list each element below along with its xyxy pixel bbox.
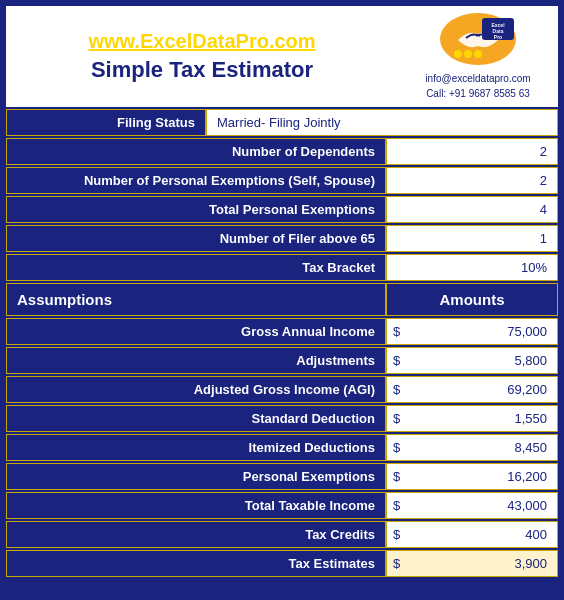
dollar-sign: $ bbox=[393, 469, 400, 484]
amount-row-3: Standard Deduction $ 1,550 bbox=[6, 405, 558, 432]
row-value: 2 bbox=[386, 138, 558, 165]
amount-number: 1,550 bbox=[402, 411, 547, 426]
amount-value: $ 75,000 bbox=[386, 318, 558, 345]
amount-row-6: Total Taxable Income $ 43,000 bbox=[6, 492, 558, 519]
amount-label: Itemized Deductions bbox=[6, 434, 386, 461]
amount-value: $ 8,450 bbox=[386, 434, 558, 461]
contact-info: info@exceldatapro.com Call: +91 9687 858… bbox=[425, 71, 530, 101]
amount-value: $ 3,900 bbox=[386, 550, 558, 577]
row-label: Number of Filer above 65 bbox=[6, 225, 386, 252]
dollar-sign: $ bbox=[393, 353, 400, 368]
dollar-sign: $ bbox=[393, 382, 400, 397]
amount-number: 69,200 bbox=[402, 382, 547, 397]
assumptions-header-row: Assumptions Amounts bbox=[6, 283, 558, 316]
amount-row-1: Adjustments $ 5,800 bbox=[6, 347, 558, 374]
amount-label: Gross Annual Income bbox=[6, 318, 386, 345]
amount-label: Standard Deduction bbox=[6, 405, 386, 432]
amount-label: Tax Credits bbox=[6, 521, 386, 548]
amount-number: 5,800 bbox=[402, 353, 547, 368]
assumptions-label: Assumptions bbox=[6, 283, 386, 316]
amount-value: $ 400 bbox=[386, 521, 558, 548]
amount-number: 400 bbox=[402, 527, 547, 542]
info-row-2: Total Personal Exemptions 4 bbox=[6, 196, 558, 223]
amount-value: $ 5,800 bbox=[386, 347, 558, 374]
amount-row-7: Tax Credits $ 400 bbox=[6, 521, 558, 548]
row-label: Tax Bracket bbox=[6, 254, 386, 281]
amount-label: Personal Exemptions bbox=[6, 463, 386, 490]
amount-row-8: Tax Estimates $ 3,900 bbox=[6, 550, 558, 577]
info-row-4: Tax Bracket 10% bbox=[6, 254, 558, 281]
svg-text:Pro: Pro bbox=[494, 34, 502, 40]
info-row-1: Number of Personal Exemptions (Self, Spo… bbox=[6, 167, 558, 194]
amount-value: $ 1,550 bbox=[386, 405, 558, 432]
row-value: 2 bbox=[386, 167, 558, 194]
simple-rows-container: Number of Dependents 2 Number of Persona… bbox=[6, 138, 558, 281]
info-row-3: Number of Filer above 65 1 bbox=[6, 225, 558, 252]
amount-row-2: Adjusted Gross Income (AGI) $ 69,200 bbox=[6, 376, 558, 403]
row-value: 10% bbox=[386, 254, 558, 281]
amounts-rows-container: Gross Annual Income $ 75,000 Adjustments… bbox=[6, 318, 558, 577]
amount-label: Adjusted Gross Income (AGI) bbox=[6, 376, 386, 403]
amount-label: Tax Estimates bbox=[6, 550, 386, 577]
dollar-sign: $ bbox=[393, 324, 400, 339]
dollar-sign: $ bbox=[393, 440, 400, 455]
dollar-sign: $ bbox=[393, 556, 400, 571]
dollar-sign: $ bbox=[393, 527, 400, 542]
row-label: Total Personal Exemptions bbox=[6, 196, 386, 223]
filing-status-label: Filing Status bbox=[6, 109, 206, 136]
amount-number: 75,000 bbox=[402, 324, 547, 339]
app-title: Simple Tax Estimator bbox=[91, 57, 313, 83]
row-label: Number of Personal Exemptions (Self, Spo… bbox=[6, 167, 386, 194]
amounts-label: Amounts bbox=[386, 283, 558, 316]
website-link[interactable]: www.ExcelDataPro.com bbox=[88, 30, 315, 53]
amount-value: $ 43,000 bbox=[386, 492, 558, 519]
row-value: 4 bbox=[386, 196, 558, 223]
amount-number: 8,450 bbox=[402, 440, 547, 455]
dollar-sign: $ bbox=[393, 411, 400, 426]
svg-point-2 bbox=[464, 50, 472, 58]
amount-label: Adjustments bbox=[6, 347, 386, 374]
row-label: Number of Dependents bbox=[6, 138, 386, 165]
logo-graphic: Excel Data Pro bbox=[438, 12, 518, 67]
amount-number: 16,200 bbox=[402, 469, 547, 484]
amount-number: 3,900 bbox=[402, 556, 547, 571]
filing-status-value: Married- Filing Jointly bbox=[206, 109, 558, 136]
svg-point-3 bbox=[474, 50, 482, 58]
amount-value: $ 16,200 bbox=[386, 463, 558, 490]
svg-point-1 bbox=[454, 50, 462, 58]
amount-row-4: Itemized Deductions $ 8,450 bbox=[6, 434, 558, 461]
dollar-sign: $ bbox=[393, 498, 400, 513]
amount-label: Total Taxable Income bbox=[6, 492, 386, 519]
amount-value: $ 69,200 bbox=[386, 376, 558, 403]
amount-number: 43,000 bbox=[402, 498, 547, 513]
info-row-0: Number of Dependents 2 bbox=[6, 138, 558, 165]
filing-status-row: Filing Status Married- Filing Jointly bbox=[6, 109, 558, 136]
amount-row-0: Gross Annual Income $ 75,000 bbox=[6, 318, 558, 345]
row-value: 1 bbox=[386, 225, 558, 252]
amount-row-5: Personal Exemptions $ 16,200 bbox=[6, 463, 558, 490]
